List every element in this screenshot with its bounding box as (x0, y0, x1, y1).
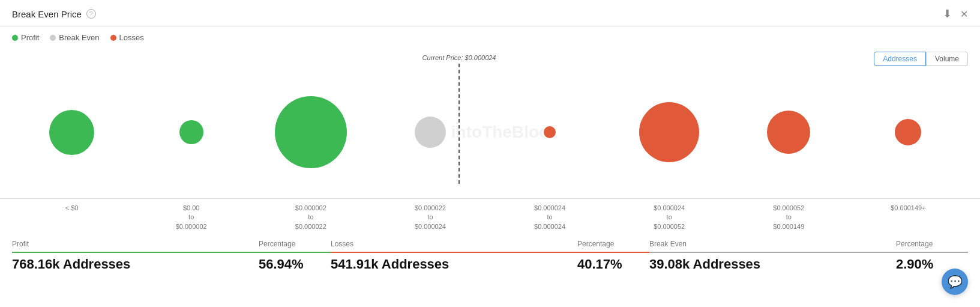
losses-pct-divider (577, 252, 649, 253)
x-label-7: $0.000052 to $0.000149 (729, 204, 849, 231)
stat-profit-pct: Percentage 56.94% (259, 240, 331, 272)
breakeven-divider (649, 252, 896, 253)
page-title: Break Even Price (12, 9, 82, 19)
stat-profit: Profit 768.16k Addresses (12, 240, 259, 272)
breakeven-dot (50, 35, 56, 41)
legend: Profit Break Even Losses (0, 27, 980, 48)
x-axis: < $0 $0.00 to $0.000002 $0.000002 to $0.… (0, 198, 980, 231)
bubble-8 (895, 119, 921, 145)
stat-losses-pct: Percentage 40.17% (577, 240, 649, 272)
profit-pct-value: 56.94% (259, 257, 331, 272)
breakeven-value: 39.08k Addresses (649, 257, 896, 272)
legend-profit-label: Profit (21, 33, 39, 42)
breakeven-label: Break Even (649, 240, 896, 248)
stats-section: Profit 768.16k Addresses Percentage 56.9… (0, 231, 980, 278)
header: Break Even Price ? ⬇ ✕ (0, 0, 980, 27)
bubble-col-7 (729, 66, 849, 198)
header-right: ⬇ ✕ (943, 7, 968, 20)
bubble-col-3 (251, 66, 370, 198)
bubble-col-8 (849, 66, 968, 198)
profit-dot (12, 35, 18, 41)
bubble-col-2 (131, 66, 251, 198)
expand-button[interactable]: ✕ (960, 8, 968, 20)
x-label-1: < $0 (12, 204, 131, 231)
bubble-col-6 (610, 66, 729, 198)
download-button[interactable]: ⬇ (943, 7, 952, 20)
chat-button[interactable]: 💬 (942, 269, 968, 295)
volume-toggle[interactable]: Volume (926, 52, 968, 66)
x-label-3: $0.000002 to $0.000022 (251, 204, 370, 231)
header-left: Break Even Price ? (12, 9, 96, 19)
addresses-toggle[interactable]: Addresses (874, 52, 926, 66)
legend-losses: Losses (110, 33, 144, 42)
stat-breakeven-pct: Percentage 2.90% (896, 240, 968, 272)
losses-value: 541.91k Addresses (331, 257, 577, 272)
losses-divider (331, 252, 577, 253)
bubble-col-4: Current Price: $0.000024 (370, 66, 490, 198)
help-icon[interactable]: ? (86, 9, 96, 19)
stat-losses: Losses 541.91k Addresses (331, 240, 577, 272)
legend-profit: Profit (12, 33, 39, 42)
stat-breakeven: Break Even 39.08k Addresses (649, 240, 896, 272)
profit-pct-label: Percentage (259, 240, 331, 248)
x-label-5: $0.000024 to $0.000024 (490, 204, 610, 231)
bubble-6 (639, 102, 699, 162)
bubble-col-5 (490, 66, 610, 198)
bubble-2 (179, 120, 203, 144)
current-price-label: Current Price: $0.000024 (422, 54, 496, 61)
profit-label: Profit (12, 240, 259, 248)
profit-pct-divider (259, 252, 331, 253)
profit-value: 768.16k Addresses (12, 257, 259, 272)
legend-breakeven: Break Even (50, 33, 99, 42)
profit-divider (12, 252, 259, 253)
bubble-5 (544, 126, 556, 138)
losses-dot (110, 35, 116, 41)
bubble-7 (767, 111, 810, 154)
bubble-3 (275, 96, 347, 168)
losses-label: Losses (331, 240, 577, 248)
losses-pct-label: Percentage (577, 240, 649, 248)
bubble-col-1 (12, 66, 131, 198)
x-label-6: $0.000024 to $0.000052 (610, 204, 729, 231)
x-label-8: $0.000149+ (849, 204, 968, 231)
x-label-4: $0.000022 to $0.000024 (370, 204, 490, 231)
x-label-2: $0.00 to $0.000002 (131, 204, 251, 231)
breakeven-pct-divider (896, 252, 968, 253)
breakeven-pct-label: Percentage (896, 240, 968, 248)
legend-losses-label: Losses (119, 33, 144, 42)
losses-pct-value: 40.17% (577, 257, 649, 272)
bubble-1 (49, 110, 94, 155)
legend-breakeven-label: Break Even (59, 33, 99, 42)
